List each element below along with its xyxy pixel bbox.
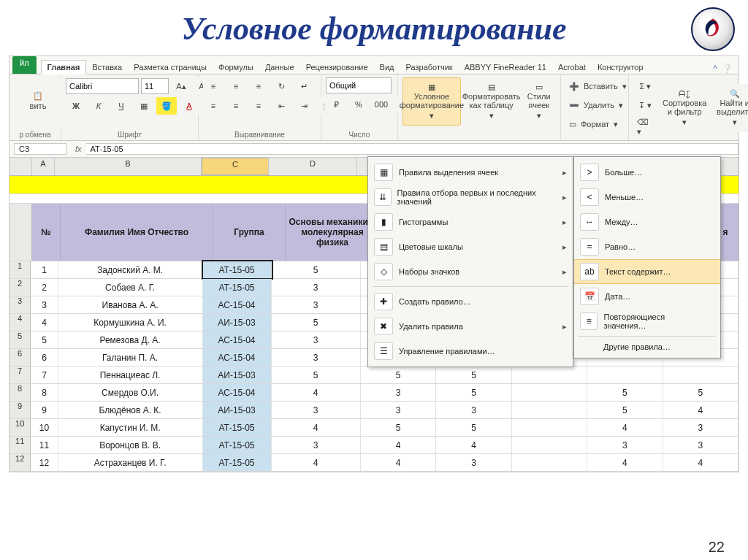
row-header[interactable]: 1 — [9, 261, 31, 278]
submenu-item[interactable]: >Больше… — [574, 160, 720, 185]
fill-icon[interactable]: ↧ ▾ — [633, 96, 657, 114]
cell-num[interactable]: 1 — [31, 261, 58, 278]
row-header-blank[interactable] — [9, 204, 32, 261]
row-header[interactable]: 5 — [9, 331, 31, 348]
name-box[interactable]: C3 — [14, 143, 66, 155]
cell-fio[interactable]: Галанин П. А. — [58, 349, 203, 366]
submenu-item[interactable]: ↔Между… — [574, 210, 720, 234]
fx-icon[interactable]: fx — [75, 145, 82, 153]
cell-num[interactable]: 7 — [31, 367, 58, 383]
format-button[interactable]: ▭Формат▾ — [565, 115, 624, 133]
cell-mech[interactable]: 3 — [272, 279, 361, 296]
cell-num[interactable]: 10 — [31, 419, 58, 436]
cell-mech[interactable]: 3 — [272, 437, 361, 453]
tab-view[interactable]: Вид — [374, 61, 400, 74]
menu-item[interactable]: ✖Удалить правила▸ — [368, 314, 573, 339]
cell-group[interactable]: АТ-15-05 — [203, 279, 272, 296]
cell-e[interactable]: 4 — [361, 454, 436, 471]
cell-group[interactable]: АС-15-04 — [203, 296, 272, 313]
row-header[interactable]: 2 — [9, 279, 31, 296]
cell-f[interactable]: 3 — [436, 402, 511, 418]
cell-num[interactable]: 5 — [31, 331, 58, 348]
font-name-select[interactable] — [66, 78, 139, 94]
indent-inc-icon[interactable]: ⇥ — [294, 97, 314, 115]
tab-developer[interactable]: Разработчик — [400, 61, 459, 74]
borders-button[interactable]: ▦ — [134, 97, 154, 115]
cell-i[interactable]: 4 — [663, 402, 739, 418]
cell-f[interactable]: 4 — [436, 437, 511, 453]
col-C[interactable]: C — [202, 158, 269, 175]
cell-g[interactable] — [512, 367, 587, 383]
cell-h[interactable]: 5 — [587, 402, 663, 418]
cell-i[interactable] — [663, 367, 739, 383]
font-color-button[interactable]: A — [179, 97, 199, 115]
currency-icon[interactable]: ₽ — [326, 96, 346, 113]
delete-button[interactable]: ➖Удалить▾ — [565, 96, 624, 114]
submenu-item[interactable]: 📅Дата… — [574, 284, 720, 309]
cell-num[interactable]: 2 — [31, 279, 58, 296]
cell-g[interactable] — [512, 454, 587, 471]
cell-e[interactable]: 3 — [361, 384, 436, 401]
cell-group[interactable]: АИ-15-03 — [203, 402, 272, 418]
align-right-icon[interactable]: ≡ — [248, 97, 269, 115]
cell-styles-button[interactable]: ▭ Стили ячеек▾ — [522, 77, 556, 126]
cell-group[interactable]: АС-15-04 — [203, 331, 272, 348]
cell-h[interactable]: 3 — [587, 437, 663, 453]
help-icon[interactable]: ❔ — [722, 64, 733, 74]
paste-button[interactable]: 📋 вить — [14, 77, 62, 126]
grow-font-icon[interactable]: A▴ — [171, 77, 191, 95]
row-header[interactable]: 11 — [9, 437, 31, 453]
submenu-item[interactable]: abТекст содержит… — [574, 259, 720, 284]
cell-group[interactable]: АИ-15-03 — [203, 314, 272, 331]
comma-icon[interactable]: 000 — [371, 96, 392, 113]
cell-group[interactable]: АТ-15-05 — [203, 419, 272, 436]
insert-button[interactable]: ➕Вставить▾ — [565, 77, 624, 95]
percent-icon[interactable]: % — [348, 96, 369, 113]
font-size-select[interactable] — [141, 78, 169, 94]
menu-item[interactable]: ▦Правила выделения ячеек▸ — [368, 160, 573, 185]
cell-group[interactable]: АТ-15-05 — [203, 437, 272, 453]
sort-filter-button[interactable]: ᗩ↧ Сортировка и фильтр▾ — [660, 84, 709, 132]
cell-group[interactable]: АС-15-04 — [203, 384, 272, 401]
bold-button[interactable]: Ж — [66, 97, 86, 115]
row-header[interactable]: 8 — [9, 384, 31, 401]
number-format-select[interactable] — [326, 77, 392, 93]
tab-acrobat[interactable]: Acrobat — [552, 61, 592, 74]
cell-h[interactable] — [587, 367, 663, 383]
cell-num[interactable]: 12 — [31, 454, 58, 471]
fill-color-button[interactable]: 🪣 — [156, 97, 177, 115]
menu-item[interactable]: ☰Управление правилами… — [368, 339, 573, 364]
wrap-text-button[interactable]: ↵ — [294, 77, 314, 95]
cell-fio[interactable]: Воронцов В. В. — [58, 437, 203, 453]
col-B[interactable]: B — [55, 158, 202, 175]
align-left-icon[interactable]: ≡ — [203, 97, 224, 115]
cell-fio[interactable]: Собаев А. Г. — [58, 279, 203, 296]
row-header[interactable]: 12 — [9, 454, 31, 471]
row-header[interactable]: 9 — [9, 402, 31, 418]
cell-g[interactable] — [512, 402, 587, 418]
cell-mech[interactable]: 5 — [272, 314, 361, 331]
cell-mech[interactable]: 3 — [272, 349, 361, 366]
formula-input[interactable]: АТ-15-05 — [86, 143, 739, 155]
format-as-table-button[interactable]: ▤ Форматировать как таблицу▾ — [465, 77, 518, 126]
cell-h[interactable]: 4 — [587, 419, 663, 436]
cell-num[interactable]: 6 — [31, 349, 58, 366]
cell-mech[interactable]: 4 — [272, 454, 361, 471]
cell-f[interactable]: 3 — [436, 454, 511, 471]
cell-f[interactable]: 5 — [436, 419, 511, 436]
cell-h[interactable]: 4 — [587, 454, 663, 471]
find-select-button[interactable]: 🔍 Найти и выделить▾ — [711, 84, 748, 132]
tab-review[interactable]: Рецензирование — [300, 61, 374, 74]
cell-i[interactable]: 5 — [663, 384, 739, 401]
cell-num[interactable]: 3 — [31, 296, 58, 313]
cell-g[interactable] — [512, 419, 587, 436]
cell-fio[interactable]: Ремезова Д. А. — [58, 331, 203, 348]
cell-group[interactable]: АТ-15-05 — [203, 261, 272, 278]
cell-group[interactable]: АИ-15-03 — [203, 367, 272, 383]
tab-insert[interactable]: Вставка — [86, 61, 128, 74]
cell-mech[interactable]: 4 — [272, 419, 361, 436]
select-all-corner[interactable] — [9, 158, 32, 175]
cell-num[interactable]: 11 — [31, 437, 58, 453]
tab-formulas[interactable]: Формулы — [213, 61, 259, 74]
submenu-item[interactable]: <Меньше… — [574, 185, 720, 210]
